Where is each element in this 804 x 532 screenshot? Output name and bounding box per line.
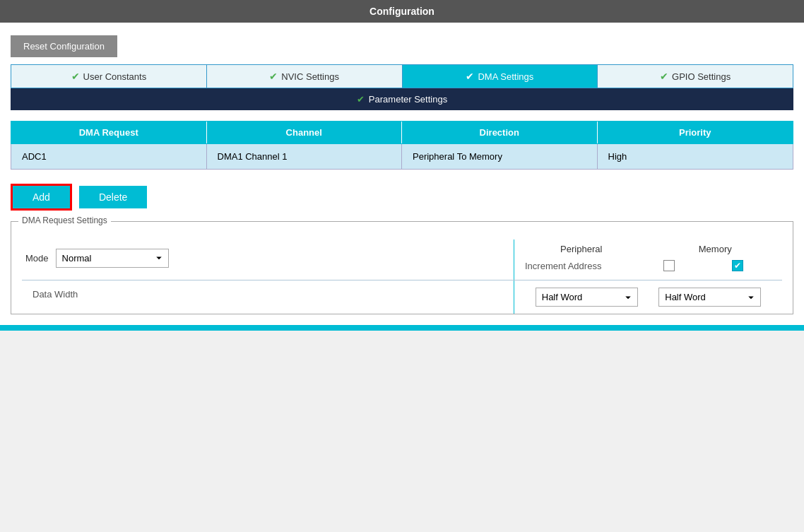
title-bar: Configuration [0, 0, 804, 23]
memory-header: Memory [649, 244, 783, 254]
tabs-row1: ✔ User Constants ✔ NVIC Settings ✔ DMA S… [11, 64, 793, 88]
table-cell-channel: DMA1 Channel 1 [207, 144, 403, 169]
parameter-settings-label: Parameter Settings [369, 94, 447, 105]
tab-user-constants-label: User Constants [83, 71, 147, 82]
buttons-row: Add Delete [11, 184, 793, 211]
dma-inner: Mode Normal Circular Peripheral Memory [11, 229, 793, 314]
dma-settings-legend: DMA Request Settings [18, 215, 111, 225]
table-cell-direction: Peripheral To Memory [402, 144, 598, 169]
table-header-priority: Priority [598, 122, 793, 143]
table-header-dma-request: DMA Request [11, 122, 207, 143]
memory-checkbox-cell: ✔ [703, 260, 772, 271]
delete-button[interactable]: Delete [79, 186, 147, 208]
peripheral-data-width-cell: Byte Half Word Word [525, 288, 649, 307]
tab-nvic-settings[interactable]: ✔ NVIC Settings [207, 65, 403, 88]
tab-dma-settings[interactable]: ✔ DMA Settings [403, 65, 598, 88]
peripheral-increment-checkbox[interactable] [663, 260, 675, 271]
table-section: DMA Request Channel Direction Priority A… [11, 121, 793, 170]
tab-gpio-settings[interactable]: ✔ GPIO Settings [598, 65, 793, 88]
nvic-settings-check-icon: ✔ [269, 71, 278, 82]
tabs-row2[interactable]: ✔ Parameter Settings [11, 88, 793, 110]
title-label: Configuration [370, 6, 434, 17]
table-cell-dma-request: ADC1 [11, 144, 207, 169]
increment-section: Peripheral Memory Increment Address ✔ [514, 240, 782, 280]
peripheral-checkbox-cell [634, 260, 703, 271]
bottom-bar [0, 325, 804, 331]
memory-data-width-cell: Byte Half Word Word [649, 288, 772, 307]
mode-select[interactable]: Normal Circular [56, 249, 169, 268]
data-width-section: Data Width Byte Half Word Word Byte [22, 280, 782, 314]
data-width-left-spacer: Data Width [22, 280, 514, 314]
peripheral-memory-header: Peripheral Memory [514, 240, 782, 254]
tab-dma-settings-label: DMA Settings [478, 71, 533, 82]
tab-gpio-settings-label: GPIO Settings [672, 71, 731, 82]
table-header: DMA Request Channel Direction Priority [11, 121, 793, 144]
dma-settings-box: DMA Request Settings Mode Normal Circula… [11, 221, 793, 314]
data-width-selects: Byte Half Word Word Byte Half Word Word [514, 280, 782, 314]
reset-configuration-button[interactable]: Reset Configuration [11, 35, 117, 57]
memory-data-width-select[interactable]: Byte Half Word Word [658, 288, 761, 307]
table-header-channel: Channel [207, 122, 403, 143]
mode-label: Mode [25, 253, 49, 264]
add-button[interactable]: Add [11, 184, 72, 211]
parameter-check-icon: ✔ [357, 94, 365, 105]
memory-increment-checkbox[interactable]: ✔ [732, 260, 743, 271]
peripheral-header: Peripheral [514, 244, 649, 254]
peripheral-data-width-select[interactable]: Byte Half Word Word [536, 288, 638, 307]
gpio-settings-check-icon: ✔ [660, 71, 668, 82]
data-width-label: Data Width [32, 289, 78, 300]
increment-address-label: Increment Address [525, 261, 634, 271]
user-constants-check-icon: ✔ [71, 71, 80, 82]
table-row[interactable]: ADC1 DMA1 Channel 1 Peripheral To Memory… [11, 144, 793, 170]
dma-settings-check-icon: ✔ [466, 71, 474, 82]
increment-address-row: Increment Address ✔ [514, 254, 782, 280]
tab-user-constants[interactable]: ✔ User Constants [11, 65, 207, 88]
tab-nvic-settings-label: NVIC Settings [281, 71, 339, 82]
table-header-direction: Direction [402, 122, 598, 143]
table-cell-priority: High [598, 144, 793, 169]
main-content: Reset Configuration ✔ User Constants ✔ N… [0, 23, 804, 325]
mode-row: Mode Normal Circular [25, 249, 169, 268]
